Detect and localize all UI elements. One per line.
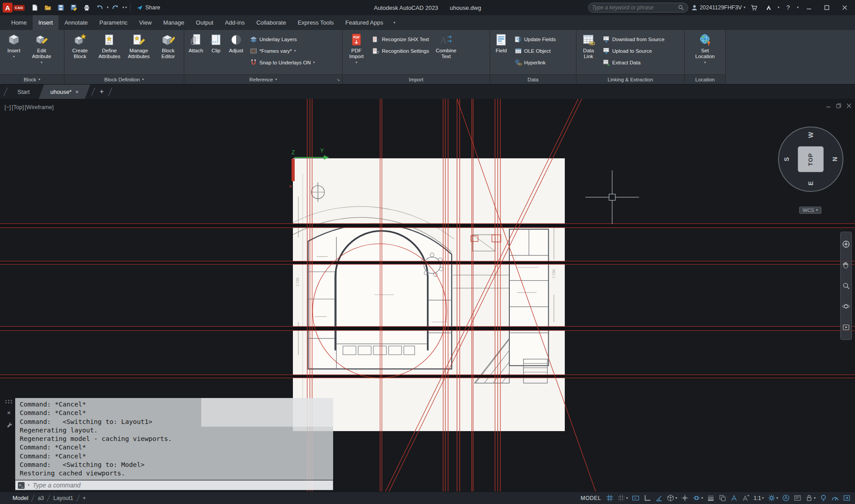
tab-insert[interactable]: Insert xyxy=(33,15,59,30)
file-tab-start[interactable]: Start xyxy=(8,85,38,99)
clip-button[interactable]: Clip xyxy=(207,31,225,54)
create-block-button[interactable]: Create Block xyxy=(65,31,95,59)
viewport-view-control[interactable]: [Top] xyxy=(12,104,24,110)
close-button[interactable] xyxy=(837,1,852,14)
update-fields-button[interactable]: Update Fields xyxy=(513,34,557,44)
annotation-autoscale-button[interactable] xyxy=(742,494,749,502)
new-drawing-tab-button[interactable]: + xyxy=(96,85,107,99)
object-snap-button[interactable]: ▾ xyxy=(693,494,703,502)
drawing-close-icon[interactable] xyxy=(847,103,851,108)
grid-display-button[interactable] xyxy=(606,494,614,502)
model-space-toggle[interactable]: MODEL xyxy=(581,495,601,501)
upload-to-source-button[interactable]: Upload to Source xyxy=(601,46,666,56)
tab-home[interactable]: Home xyxy=(5,15,33,30)
model-space-canvas[interactable]: 1/150. 1/150. xyxy=(0,99,855,491)
isodraft-button[interactable]: ▾ xyxy=(667,494,677,502)
layout-tab-1[interactable]: Layout1 xyxy=(53,495,73,501)
account-button[interactable]: 20241129FHF3V ▾ xyxy=(691,4,745,11)
extract-data-button[interactable]: Extract Data xyxy=(601,58,666,68)
open-file-button[interactable] xyxy=(42,2,54,13)
set-location-button[interactable]: Set Location ▾ xyxy=(691,31,720,64)
viewcube[interactable]: W S E N TOP xyxy=(778,127,843,192)
pdf-import-button[interactable]: PDF PDF Import ▾ xyxy=(343,31,369,64)
panel-launcher-icon[interactable]: ↘ xyxy=(336,77,340,82)
help-search[interactable] xyxy=(588,3,688,13)
redo-caret-icon[interactable]: ▾ xyxy=(123,6,124,9)
undo-button[interactable] xyxy=(94,2,106,13)
block-editor-button[interactable]: Block Editor xyxy=(153,31,183,59)
command-history[interactable]: Command: *Cancel* Command: *Cancel* Comm… xyxy=(15,398,333,480)
quick-properties-button[interactable] xyxy=(794,494,801,502)
share-button[interactable]: Share xyxy=(134,4,163,11)
drawing-restore-icon[interactable] xyxy=(836,103,841,108)
data-link-button[interactable]: Data Link xyxy=(577,31,600,59)
command-grip-icon[interactable] xyxy=(5,400,13,403)
tab-view[interactable]: View xyxy=(133,15,157,30)
tab-manage[interactable]: Manage xyxy=(157,15,190,30)
annotation-visibility-button[interactable] xyxy=(730,494,738,502)
command-line-panel[interactable]: × Command: *Cancel* Command: *Cancel* Co… xyxy=(4,398,333,490)
recognize-shx-text-button[interactable]: A Recognize SHX Text xyxy=(371,34,430,44)
tab-annotate[interactable]: Annotate xyxy=(59,15,93,30)
viewcube-west[interactable]: W xyxy=(807,131,815,139)
command-input[interactable]: >_ ▾ Type a command xyxy=(15,480,333,490)
combine-text-button[interactable]: A Combine Text xyxy=(432,31,460,59)
adjust-button[interactable]: Adjust xyxy=(225,31,247,54)
command-recent-caret-icon[interactable]: ▾ xyxy=(28,483,30,487)
navigation-bar[interactable] xyxy=(840,232,852,340)
clean-screen-button[interactable] xyxy=(843,494,851,502)
wcs-menu[interactable]: WCS ▾ xyxy=(799,207,821,214)
tab-parametric[interactable]: Parametric xyxy=(93,15,133,30)
help-caret-icon[interactable]: ▾ xyxy=(797,6,799,9)
graphics-performance-button[interactable] xyxy=(831,494,839,502)
quick-access-customize-icon[interactable]: ▾ xyxy=(125,6,127,9)
isolate-objects-button[interactable] xyxy=(820,494,827,502)
ole-object-button[interactable]: OLE Object xyxy=(513,46,557,56)
model-tab[interactable]: Model xyxy=(13,495,28,501)
new-file-button[interactable] xyxy=(29,2,41,13)
help-button[interactable]: ? xyxy=(782,2,794,13)
field-button[interactable]: Field xyxy=(491,31,512,54)
viewport-minimize-control[interactable]: [−] xyxy=(4,104,11,110)
object-snap-tracking-button[interactable] xyxy=(681,494,689,502)
underlay-layers-button[interactable]: Underlay Layers xyxy=(249,34,316,44)
hyperlink-button[interactable]: Hyperlink xyxy=(513,58,557,68)
plot-button[interactable] xyxy=(81,2,93,13)
command-customize-wrench-icon[interactable] xyxy=(6,422,13,428)
drawing-minimize-icon[interactable] xyxy=(826,103,831,108)
save-as-button[interactable] xyxy=(68,2,80,13)
selection-cycling-button[interactable] xyxy=(719,494,726,502)
apps-caret-icon[interactable]: ▾ xyxy=(778,6,779,9)
orbit-icon[interactable] xyxy=(842,302,850,310)
tab-output[interactable]: Output xyxy=(190,15,219,30)
tab-express-tools[interactable]: Express Tools xyxy=(292,15,340,30)
snap-to-underlays-button[interactable]: Snap to Underlays ON ▾ xyxy=(249,58,316,68)
edit-attribute-button[interactable]: Edit Attribute ▾ xyxy=(27,31,56,64)
new-layout-button[interactable]: + xyxy=(83,495,86,501)
autodesk-apps-button[interactable] xyxy=(763,2,775,13)
application-menu-button[interactable]: A CAD xyxy=(3,3,25,13)
viewport-visual-style-control[interactable]: [Wireframe] xyxy=(25,104,54,110)
dynamic-input-button[interactable] xyxy=(632,494,639,502)
panel-block-footer[interactable]: Block ▾ xyxy=(0,74,64,84)
lineweight-button[interactable] xyxy=(707,494,715,502)
viewcube-east[interactable]: E xyxy=(807,179,815,187)
workspace-switching-button[interactable]: ▾ xyxy=(768,494,778,502)
panel-block-definition-footer[interactable]: Block Definition ▾ xyxy=(64,74,184,84)
insert-block-button[interactable]: Insert ▾ xyxy=(1,31,27,59)
lock-ui-button[interactable]: ▾ xyxy=(805,494,816,502)
tab-close-icon[interactable]: × xyxy=(75,89,79,95)
panel-reference-footer[interactable]: Reference ▾ ↘ xyxy=(184,74,342,84)
ribbon-display-toggle[interactable]: ▾ xyxy=(389,15,400,30)
recognition-settings-button[interactable]: Recognition Settings xyxy=(371,46,430,56)
snap-mode-button[interactable]: ▾ xyxy=(618,494,628,502)
save-button[interactable] xyxy=(55,2,67,13)
frames-button[interactable]: *Frames vary* ▾ xyxy=(249,46,316,56)
polar-tracking-button[interactable] xyxy=(655,494,663,502)
tab-featured-apps[interactable]: Featured Apps xyxy=(339,15,389,30)
tab-collaborate[interactable]: Collaborate xyxy=(250,15,292,30)
file-tab-document[interactable]: uhouse* × xyxy=(38,85,90,99)
annotation-scale-button[interactable]: 1:1▾ xyxy=(753,495,764,501)
tab-add-ins[interactable]: Add-ins xyxy=(219,15,250,30)
command-close-icon[interactable]: × xyxy=(7,409,11,416)
